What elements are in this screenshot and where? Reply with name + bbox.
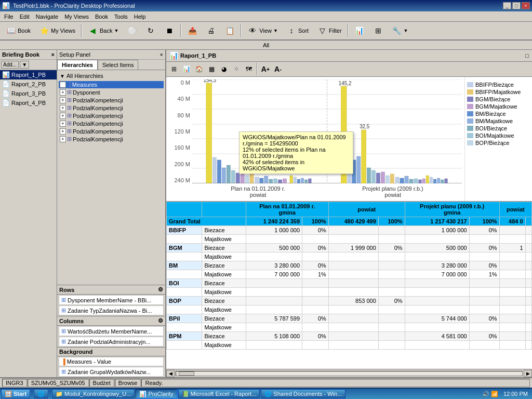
expand-icon[interactable]: +: [60, 97, 66, 103]
hier-podzial7[interactable]: + ⊞ PodzialKompetencji: [59, 143, 164, 143]
rpt-decrease-font[interactable]: A-: [272, 64, 284, 74]
forward-button[interactable]: ⚪: [123, 23, 141, 38]
columns-header: Columns ⚙: [57, 316, 165, 326]
hier-podzial6[interactable]: + ⊞ PodzialKompetencji: [59, 135, 164, 143]
manage-button[interactable]: ▼: [20, 61, 29, 69]
filter-button[interactable]: ▽ Filter: [313, 23, 345, 38]
expand-icon[interactable]: +: [60, 128, 66, 135]
rpt-chart-btn[interactable]: 📊: [181, 64, 192, 74]
columns-item-0[interactable]: ⊞ WartośćBudżetu MemberName...: [59, 326, 164, 336]
svg-text:154,3: 154,3: [203, 79, 216, 83]
table-area[interactable]: Plan na 01.01.2009 r.gmina powiat Projek…: [166, 202, 532, 369]
sort-button[interactable]: ↕ Sort: [283, 23, 312, 38]
menu-help[interactable]: Help: [131, 12, 149, 21]
status-budzet: Budżet: [89, 379, 114, 387]
rows-options-icon[interactable]: ⚙: [158, 286, 163, 293]
copy-button[interactable]: 📋: [221, 23, 238, 38]
hier-podzial5[interactable]: + ⊞ PodzialKompetencji: [59, 127, 164, 135]
rpt-bar-btn[interactable]: ▦: [206, 64, 217, 74]
maximize-button[interactable]: □: [512, 2, 521, 9]
rpt-scatter-btn[interactable]: ⁘: [231, 64, 242, 74]
columns-options-icon[interactable]: ⚙: [158, 317, 163, 324]
book-button[interactable]: 📖 Book: [2, 23, 34, 38]
briefing-item-raport4[interactable]: 📄 Raport_4_PB: [0, 98, 57, 108]
rpt-table-btn[interactable]: ⊞: [168, 64, 180, 74]
back-button[interactable]: ◀ Back ▼: [84, 23, 122, 38]
legend-item-4: BM/Bieżące: [467, 110, 530, 117]
taskbar-modul[interactable]: 📁 Moduł_Kontrolingowy_U...: [52, 389, 135, 398]
menu-tools[interactable]: Tools: [111, 12, 131, 21]
rpt-pie-btn[interactable]: ◕: [218, 64, 230, 74]
scroll-track[interactable]: [176, 371, 523, 376]
hier-icon: ⊞: [67, 112, 72, 119]
print-button[interactable]: 🖨: [202, 23, 220, 38]
expand-icon[interactable]: +: [60, 113, 66, 119]
briefing-item-raport1[interactable]: 📊 Raport_1_PB: [0, 70, 57, 79]
dept-cell: BM: [167, 261, 202, 270]
rows-item-1[interactable]: ⊞ Zadanie TypZadaniaNazwa - Bi...: [59, 305, 164, 315]
expand-icon[interactable]: +: [60, 121, 66, 127]
rpt-increase-font[interactable]: A+: [260, 64, 271, 74]
menu-edit[interactable]: Edit: [17, 12, 33, 21]
briefing-close[interactable]: ×: [51, 51, 55, 58]
briefing-item-raport2[interactable]: 📄 Raport_2_PB: [0, 79, 57, 89]
hier-podzial1[interactable]: + ⊞ PodzialKompetencji: [59, 96, 164, 104]
menu-book[interactable]: Book: [92, 12, 111, 21]
rpt-home-btn[interactable]: 🏠: [193, 64, 205, 74]
scroll-right-button[interactable]: ▶: [524, 370, 532, 377]
horizontal-scrollbar[interactable]: ◀ ▶: [166, 369, 532, 377]
taskbar-proclarity[interactable]: 📊 ProClarity: [136, 389, 177, 398]
hierarchy-section: ▼ All Hierarchies + ▐ Measures + ⊞ Dyspo…: [57, 70, 165, 285]
refresh-button[interactable]: ↻: [142, 23, 159, 38]
rows-header: Rows ⚙: [57, 285, 165, 295]
setup-close[interactable]: ×: [160, 51, 163, 58]
expand-icon[interactable]: +: [60, 136, 66, 142]
menu-file[interactable]: File: [1, 12, 17, 21]
chart-legend: BBIFP/Bieżące BBIFP/Majatkowe BGM/Bieżąc…: [464, 77, 532, 201]
start-button[interactable]: 🪟 Start: [1, 389, 30, 398]
legend-item-6: BOI/Bieżące: [467, 125, 530, 132]
taskbar-excel[interactable]: 📗 Microsoft Excel - Raport...: [178, 389, 260, 398]
menu-navigate[interactable]: Navigate: [33, 12, 61, 21]
export-button[interactable]: 📤: [183, 23, 201, 38]
bg-item-0[interactable]: ▐ Measures - Value: [59, 357, 164, 366]
hier-podzial3[interactable]: + ⊞ PodzialKompetencji: [59, 112, 164, 119]
tab-hierarchies[interactable]: Hierarchies: [57, 60, 98, 70]
report-maximize-icon[interactable]: □: [525, 52, 529, 59]
scroll-left-button[interactable]: ◀: [166, 370, 175, 377]
taskbar-explorer[interactable]: 🌐: [34, 389, 48, 398]
options-button[interactable]: 🔧 ▼: [388, 23, 412, 38]
tab-select-items[interactable]: Select Items: [98, 60, 139, 70]
columns-item-1[interactable]: ⊞ Zadanie PodzialAdministracyjn...: [59, 337, 164, 347]
type-cell: Biezace: [202, 226, 246, 235]
expand-icon[interactable]: +: [60, 89, 66, 96]
view-button[interactable]: 👁 View ▼: [244, 23, 282, 38]
rpt-map-btn[interactable]: 🗺: [243, 64, 255, 74]
close-button[interactable]: ×: [522, 2, 530, 9]
taskbar: 🪟 Start 🌐 📁 Moduł_Kontrolingowy_U... 📊 P…: [0, 388, 532, 399]
menu-myviews[interactable]: My Views: [61, 12, 92, 21]
stop-button[interactable]: ⏹: [161, 23, 178, 38]
myviews-icon: ⭐: [39, 25, 49, 36]
rows-item-0[interactable]: ⊞ Dysponent MemberName - BBi...: [59, 295, 164, 305]
grand-total-row: Grand Total 1 240 224 359 100% 480 429 4…: [167, 217, 532, 226]
expand-icon[interactable]: +: [60, 82, 66, 88]
add-button[interactable]: Add...: [1, 61, 19, 69]
myviews-button[interactable]: ⭐ My Views: [35, 23, 79, 38]
scroll-thumb[interactable]: [179, 371, 194, 376]
table-button[interactable]: ⊞: [369, 23, 387, 38]
minimize-button[interactable]: _: [503, 2, 511, 9]
hier-measures[interactable]: + ▐ Measures: [59, 81, 164, 88]
expand-icon[interactable]: +: [60, 105, 66, 111]
report-icon: 📊: [169, 51, 178, 60]
chart-button[interactable]: 📊: [351, 23, 368, 38]
hier-dysponent[interactable]: + ⊞ Dysponent: [59, 88, 164, 96]
svg-rect-46: [400, 178, 404, 183]
report-content: 240 M 200 M 160 M 120 M 80 M 40 M 0 M: [166, 77, 532, 377]
hier-podzial2[interactable]: + ⊞ PodzialKompetencji: [59, 104, 164, 112]
briefing-item-raport3[interactable]: 📄 Raport_3_PB: [0, 89, 57, 98]
taskbar-shared-docs[interactable]: 🌐 Shared Documents - Win...: [261, 389, 345, 398]
hier-podzial4[interactable]: + ⊞ PodzialKompetencji: [59, 119, 164, 127]
bg-item-1[interactable]: ⊞ Zadanie GrupaWydatkówNazw...: [59, 367, 164, 377]
hier-icon: ⊞: [67, 128, 72, 135]
